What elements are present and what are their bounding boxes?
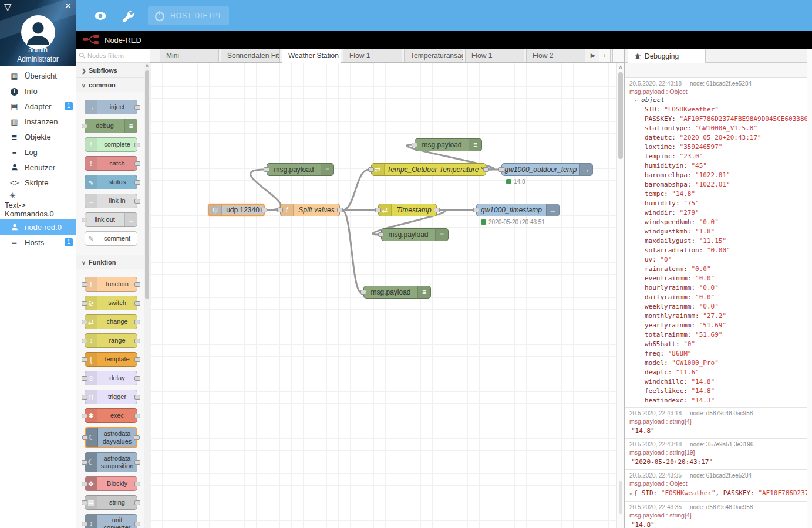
input-port[interactable] [82, 320, 87, 324]
scroll-up-icon[interactable]: ∧ [144, 63, 150, 70]
expand-arrow-icon[interactable]: ▸ [629, 490, 632, 496]
sidebar-item-adapter[interactable]: ▤Adapter1 [0, 99, 76, 114]
input-port[interactable] [378, 232, 384, 237]
input-port[interactable] [82, 395, 87, 400]
palette-node-blockly[interactable]: ❖Blockly [85, 476, 137, 491]
sidebar-item-instanzen[interactable]: ▥Instanzen [0, 114, 76, 129]
palette-node-exec[interactable]: ✱exec [85, 408, 137, 423]
flow-tab-6[interactable]: Flow 2 [526, 49, 585, 62]
output-port[interactable] [134, 282, 140, 287]
output-port[interactable] [134, 435, 140, 440]
add-flow-button[interactable]: + [599, 49, 611, 62]
palette-scrollbar-thumb[interactable] [145, 70, 149, 299]
output-port[interactable] [134, 357, 140, 362]
host-button[interactable]: HOST DIETPI [148, 6, 229, 25]
output-port[interactable] [134, 180, 140, 185]
input-port[interactable] [82, 301, 87, 306]
input-port[interactable] [473, 208, 479, 212]
flow-tab-3[interactable]: Flow 1 [343, 49, 402, 62]
palette-node-astrodata-sunposition[interactable]: ☾astrodata sunposition [85, 452, 137, 472]
palette-node-range[interactable]: ↕range [85, 333, 137, 348]
palette-node-string[interactable]: ▦string [85, 495, 137, 510]
flow-node-gwts[interactable]: gw1000_timestamp→ [476, 204, 560, 216]
palette-search-input[interactable] [87, 52, 140, 59]
output-port[interactable] [337, 208, 343, 212]
scroll-tabs-button[interactable]: ▶ [589, 49, 597, 62]
output-port[interactable] [134, 301, 140, 306]
sidebar-item-text-kommandos[interactable]: ✳Text-> Kommandos.0 [0, 190, 76, 219]
sidebar-item-uebersicht[interactable]: ▦Übersicht [0, 68, 76, 83]
palette-node-delay[interactable]: ⊙delay [85, 371, 137, 385]
palette-category-subflows[interactable]: ❯Subflows [76, 63, 144, 77]
flow-node-tstamp[interactable]: ⇄Timestamp [378, 204, 437, 216]
palette-node-function[interactable]: ffunction [85, 277, 137, 292]
scroll-up-icon[interactable]: ∧ [617, 63, 624, 71]
output-port[interactable] [134, 339, 140, 343]
debug-scrollbar[interactable] [807, 49, 812, 528]
input-port[interactable] [82, 282, 87, 287]
canvas-scrollbar[interactable]: ∧ [616, 63, 624, 528]
palette-category-common[interactable]: ∨common [76, 77, 144, 92]
output-port[interactable] [134, 482, 140, 486]
palette-node-template[interactable]: {template [85, 352, 137, 367]
flow-node-tempc[interactable]: ⇄Tempc_Outdoor Temperature °C [371, 163, 486, 176]
output-port[interactable] [434, 208, 440, 212]
flow-node-udp[interactable]: ψudp 12340 [208, 204, 265, 216]
input-port[interactable] [82, 414, 87, 418]
sidebar-item-objekte[interactable]: ≣Objekte [0, 129, 76, 144]
flow-tab-5[interactable]: Flow 1 [465, 49, 524, 62]
input-port[interactable] [82, 435, 88, 440]
flow-list-button[interactable]: ≡ [612, 49, 624, 62]
palette-node-unit-converter[interactable]: ↕unit converter [85, 514, 137, 528]
palette-node-comment[interactable]: ✎comment [85, 231, 137, 246]
palette-node-astrodata-dayvalues[interactable]: ☾astrodata dayvalues [85, 427, 137, 448]
output-port[interactable] [134, 320, 140, 324]
output-port[interactable] [134, 161, 140, 166]
input-port[interactable] [277, 208, 283, 212]
output-port[interactable] [134, 522, 140, 526]
output-port[interactable] [134, 199, 140, 204]
flow-tab-0[interactable]: Mini [160, 49, 219, 62]
flow-node-split[interactable]: fSplit values [280, 204, 340, 216]
input-port[interactable] [82, 376, 87, 381]
output-port[interactable] [134, 143, 140, 147]
palette-category-funktion[interactable]: ∨Funktion [76, 255, 144, 269]
flow-node-debug2[interactable]: msg.payload≡ [415, 138, 482, 151]
flow-node-debug1[interactable]: msg.payload≡ [267, 163, 334, 176]
output-port[interactable] [134, 376, 140, 381]
palette-node-change[interactable]: ⇄change [85, 314, 137, 329]
sidebar-item-log[interactable]: ≡Log [0, 144, 76, 160]
output-port[interactable] [261, 208, 267, 212]
palette-node-inject[interactable]: →inject [85, 100, 137, 114]
palette-node-switch[interactable]: ≷switch [85, 296, 137, 310]
input-port[interactable] [82, 500, 87, 505]
wrench-icon[interactable] [121, 9, 134, 22]
sidebar-item-benutzer[interactable]: Benutzer [0, 160, 76, 175]
input-port[interactable] [498, 167, 504, 172]
output-port[interactable] [134, 414, 140, 418]
canvas-scrollbar-thumb-lower[interactable] [619, 481, 622, 514]
flow-canvas[interactable]: ∧ msg.payload≡msg.payload≡⇄Tempc_Outdoor… [150, 63, 624, 528]
sidebar-item-info[interactable]: iInfo [0, 83, 76, 99]
sidebar-item-skripte[interactable]: <>Skripte [0, 175, 76, 190]
input-port[interactable] [368, 167, 374, 172]
sidebar-item-node-red[interactable]: node-red.0 [0, 219, 76, 235]
palette-scrollbar[interactable]: ∧ [144, 63, 150, 528]
flow-node-gwtemp[interactable]: gw1000_outdoor_temp→ [501, 163, 593, 176]
input-port[interactable] [82, 339, 87, 343]
palette-node-status[interactable]: ∿status [85, 175, 137, 189]
input-port[interactable] [412, 143, 417, 147]
input-port[interactable] [82, 218, 87, 222]
output-port[interactable] [134, 395, 140, 400]
output-port[interactable] [134, 500, 140, 505]
palette-node-debug[interactable]: debug≡ [85, 119, 137, 133]
input-port[interactable] [82, 124, 87, 128]
flow-node-debug3[interactable]: msg.payload≡ [381, 228, 449, 241]
palette-node-complete[interactable]: !complete [85, 137, 137, 152]
palette-node-link-out[interactable]: link out→ [85, 212, 137, 227]
eye-icon[interactable] [94, 9, 107, 22]
input-port[interactable] [82, 357, 87, 362]
input-port[interactable] [82, 482, 87, 486]
flow-tab-2[interactable]: Weather Station [282, 49, 341, 63]
output-port[interactable] [134, 105, 140, 110]
